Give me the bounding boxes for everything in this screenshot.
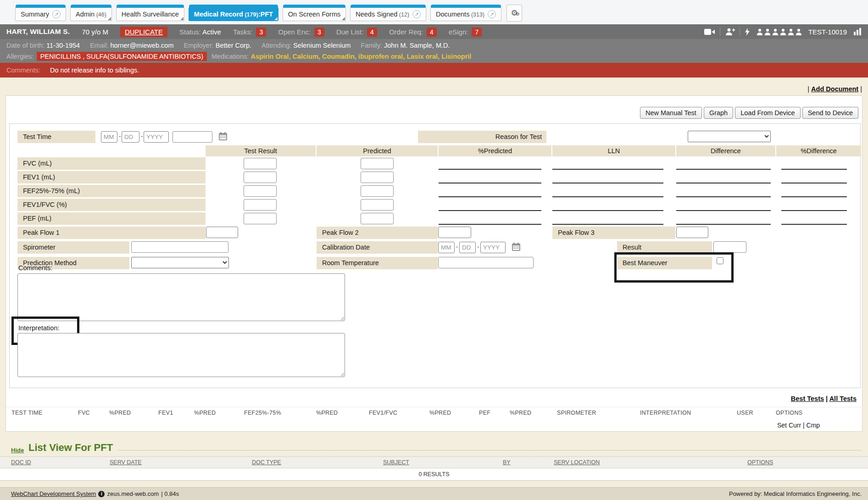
- comments-alert-bar: Comments: Do not release info to sibling…: [0, 63, 868, 78]
- lightning-icon[interactable]: [745, 28, 750, 36]
- info-icon[interactable]: i: [98, 491, 105, 497]
- interpretation-textarea[interactable]: [17, 333, 345, 377]
- open-enc-count-badge[interactable]: 3: [314, 28, 324, 37]
- peak-flow-2-label: Peak Flow 2: [317, 227, 438, 239]
- popout-icon[interactable]: ↗: [412, 10, 421, 18]
- person-icon[interactable]: [788, 28, 794, 35]
- popout-icon[interactable]: ↗: [488, 10, 496, 18]
- test-time-day-input[interactable]: [122, 131, 139, 143]
- add-person-icon[interactable]: [725, 28, 735, 36]
- fev1-test-result-input[interactable]: [244, 172, 277, 183]
- list-col-serv-location[interactable]: SERV LOCATION: [554, 459, 600, 466]
- pef-test-result-input[interactable]: [244, 213, 277, 224]
- send-to-device-button[interactable]: Send to Device: [802, 107, 858, 119]
- room-temperature-input[interactable]: [438, 257, 534, 268]
- list-col-by[interactable]: BY: [503, 459, 511, 466]
- bar-chart-icon[interactable]: [853, 28, 862, 35]
- order-req-count-badge[interactable]: 4: [427, 28, 437, 37]
- dob-value: 11-30-1954: [46, 42, 80, 49]
- person-icon[interactable]: [757, 28, 763, 35]
- settings-gear-icon[interactable]: ⚙⚙: [506, 5, 522, 22]
- best-maneuver-checkbox[interactable]: [717, 257, 723, 264]
- patient-header-bar: HART, WILLIAM S. 70 y/o M DUPLICATE Stat…: [0, 24, 868, 39]
- load-from-device-button[interactable]: Load From Device: [735, 107, 800, 119]
- tab-accent-bar: [71, 5, 111, 8]
- fvc-test-result-input[interactable]: [244, 158, 277, 169]
- patient-age-sex: 70 y/o M: [82, 28, 108, 36]
- fvc-predicted-input[interactable]: [361, 158, 394, 169]
- list-col-subject[interactable]: SUBJECT: [383, 459, 409, 466]
- calendar-icon[interactable]: [512, 242, 521, 251]
- best-maneuver-label: Best Maneuver: [617, 257, 712, 269]
- graph-button[interactable]: Graph: [704, 107, 733, 119]
- test-time-year-input[interactable]: [144, 131, 169, 143]
- peak-flow-2-input[interactable]: [438, 227, 471, 238]
- person-icon[interactable]: [780, 28, 786, 35]
- employer-value: Better Corp.: [216, 42, 251, 49]
- peak-flow-3-input[interactable]: [676, 227, 708, 238]
- spirometer-input[interactable]: [131, 241, 228, 253]
- list-col-doc-type[interactable]: DOC TYPE: [252, 459, 281, 466]
- fef-predicted-input[interactable]: [361, 185, 394, 197]
- results-col-pred3: %PRED: [316, 410, 338, 416]
- pef-predicted-input[interactable]: [361, 213, 394, 224]
- prediction-method-select[interactable]: [131, 257, 229, 268]
- calibration-month-input[interactable]: [438, 242, 455, 253]
- tab-accent-bar: [351, 5, 426, 8]
- fev1-predicted-input[interactable]: [361, 172, 394, 183]
- new-manual-test-button[interactable]: New Manual Test: [640, 107, 702, 119]
- fev1-pct-predicted-line: [439, 183, 541, 183]
- tab-admin[interactable]: Admin (46): [70, 5, 112, 21]
- attending-label: Attending:: [262, 42, 291, 49]
- calibration-day-input[interactable]: [459, 242, 476, 253]
- person-icon[interactable]: [796, 28, 802, 35]
- fvc-lln-line: [552, 169, 663, 170]
- tab-medical-record[interactable]: Medical Record (179):PFT: [189, 5, 278, 21]
- tab-documents[interactable]: Documents (313) ↗: [430, 5, 501, 21]
- best-tests-link[interactable]: Best Tests: [791, 395, 824, 402]
- list-col-options[interactable]: OPTIONS: [747, 459, 773, 466]
- cmp-link[interactable]: Cmp: [807, 422, 820, 429]
- tab-label: Medical Record (179):PFT: [194, 11, 273, 18]
- medications-list[interactable]: Aspirin Oral, Calcium, Coumadin, ibuprof…: [250, 53, 471, 60]
- fev1-fvc-test-result-input[interactable]: [244, 199, 277, 211]
- tab-on-screen-forms[interactable]: On Screen Forms: [283, 5, 346, 21]
- due-list-count-badge[interactable]: 4: [367, 28, 377, 37]
- tab-health-surveillance[interactable]: Health Surveillance: [116, 5, 184, 21]
- esign-count-badge[interactable]: 7: [472, 28, 482, 37]
- results-table-header: TEST TIME FVC %PRED FEV1 %PRED FEF25%-75…: [6, 407, 863, 418]
- calendar-icon[interactable]: [218, 132, 228, 141]
- list-col-doc-id[interactable]: DOC ID: [11, 459, 31, 466]
- column-header-pct-predicted: %Predicted: [439, 145, 551, 156]
- fev1-fvc-predicted-input[interactable]: [361, 199, 394, 211]
- test-time-month-input[interactable]: [101, 131, 117, 143]
- peak-flow-1-input[interactable]: [206, 227, 238, 238]
- allergies-badge[interactable]: PENICILLINS , SULFA(SULFONAMIDE ANTIBIOT…: [37, 52, 207, 61]
- person-icon[interactable]: [764, 28, 771, 35]
- fev1-lln-line: [552, 183, 663, 183]
- test-time-time-input[interactable]: [172, 131, 212, 143]
- reason-for-test-select[interactable]: [688, 131, 771, 142]
- all-tests-link[interactable]: All Tests: [829, 395, 857, 402]
- duplicate-badge[interactable]: DUPLICATE: [120, 27, 167, 37]
- list-col-serv-date[interactable]: SERV DATE: [110, 459, 142, 466]
- video-camera-icon[interactable]: [704, 28, 715, 35]
- comments-bar-text: Do not release info to siblings.: [50, 67, 139, 74]
- hide-list-view-link[interactable]: Hide: [11, 447, 24, 454]
- person-icon[interactable]: [772, 28, 779, 35]
- tab-needs-signed[interactable]: Needs Signed (12) ↗: [350, 5, 426, 21]
- fef-test-result-input[interactable]: [244, 185, 277, 197]
- patient-info-bar: Date of birth: 11-30-1954 Email: horner@…: [0, 39, 868, 63]
- popout-icon[interactable]: ↗: [52, 10, 61, 18]
- webchart-system-link[interactable]: WebChart Development System: [11, 488, 96, 500]
- results-col-pred2: %PRED: [194, 410, 216, 416]
- tab-summary[interactable]: Summary ↗: [15, 5, 66, 21]
- tab-accent-bar: [189, 5, 278, 8]
- status-label: Status:: [179, 28, 201, 36]
- calibration-year-input[interactable]: [480, 242, 506, 253]
- add-document-link[interactable]: Add Document: [811, 85, 858, 93]
- set-curr-link[interactable]: Set Curr: [777, 422, 801, 429]
- result-input[interactable]: [713, 241, 746, 253]
- comments-textarea[interactable]: [17, 273, 345, 321]
- tasks-count-badge[interactable]: 3: [256, 28, 266, 37]
